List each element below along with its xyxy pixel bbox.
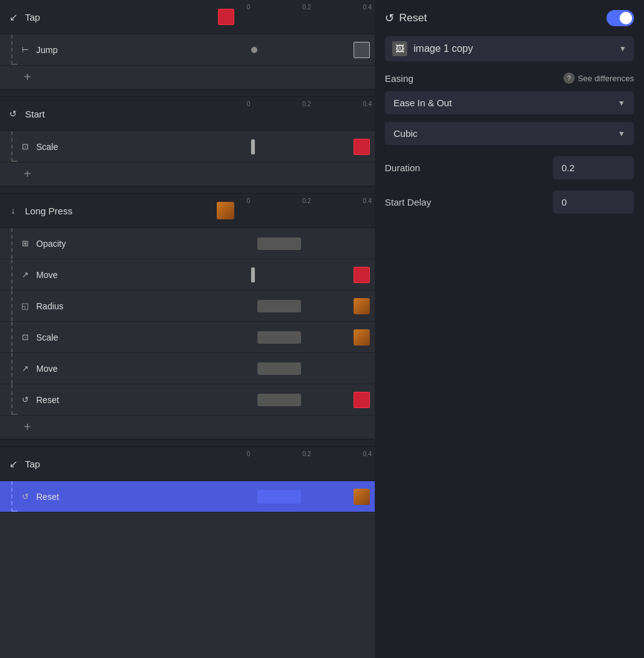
tap1-label: Tap — [25, 12, 218, 22]
jump-icon: ⊢ — [19, 44, 31, 56]
cubic-value: Cubic — [394, 128, 417, 139]
scale1-row[interactable]: ⊡ Scale — [0, 131, 375, 162]
duration-row: Duration — [385, 156, 634, 179]
cubic-select[interactable]: Cubic ▼ — [385, 122, 634, 145]
dashed-connector — [11, 384, 12, 415]
tap1-group: ↙ Tap 0 0.2 0.4 ⊢ Jump + — [0, 0, 375, 89]
jump-timeline — [244, 34, 375, 65]
opacity-tl-block — [257, 237, 301, 250]
jump-tl-dot — [251, 47, 257, 53]
reset-icon: ↺ — [385, 11, 394, 25]
duration-input[interactable] — [553, 156, 634, 179]
reset2-timeline — [244, 481, 375, 512]
longpress-label: Long Press — [25, 206, 217, 216]
image-label: image 1 copy — [414, 43, 473, 54]
dashed-connector — [11, 481, 12, 512]
start-delay-input[interactable] — [553, 191, 634, 214]
scale1-timeline — [244, 131, 375, 162]
move1-icon: ↗ — [19, 269, 31, 281]
reset2-row[interactable]: ↺ Reset — [0, 481, 375, 512]
add-icon[interactable]: + — [24, 70, 31, 84]
reset1-tl-block — [257, 394, 301, 406]
right-panel: ↺ Reset 🖼 image 1 copy ▼ Easing ? See di… — [375, 0, 644, 658]
reset1-timeline — [244, 384, 375, 415]
image-dropdown-arrow: ▼ — [619, 44, 627, 53]
tap1-thumb — [218, 9, 234, 25]
start-ruler: 0 0.2 0.4 — [244, 101, 375, 107]
scale1-icon: ⊡ — [19, 141, 31, 153]
longpress-timeline: 0 0.2 0.4 — [244, 194, 375, 227]
move2-tl-block — [257, 362, 301, 375]
start-delay-label: Start Delay — [385, 197, 431, 207]
duration-label: Duration — [385, 162, 420, 173]
radius-row[interactable]: ◱ Radius — [0, 291, 375, 322]
start-add[interactable]: + — [0, 162, 375, 186]
scale2-row[interactable]: ⊡ Scale — [0, 322, 375, 353]
scale1-tl-handle — [251, 139, 255, 154]
move2-row[interactable]: ↗ Move — [0, 353, 375, 384]
start-timeline: 0 0.2 0.4 — [244, 97, 375, 131]
reset2-icon: ↺ — [19, 491, 31, 503]
tap2-group: ↙ Tap 0 0.2 0.4 ↺ Reset — [0, 447, 375, 512]
reset-button-label: Reset — [399, 12, 427, 24]
see-differences-label: See differences — [578, 74, 634, 83]
move2-icon: ↗ — [19, 362, 31, 375]
longpress-thumb — [217, 202, 234, 219]
scale2-icon: ⊡ — [19, 331, 31, 344]
scale2-tl-block — [257, 331, 301, 344]
left-panel: ↙ Tap 0 0.2 0.4 ⊢ Jump + — [0, 0, 375, 658]
start-icon: ↺ — [6, 107, 20, 121]
longpress-header[interactable]: ↓ Long Press 0 0.2 0.4 — [0, 194, 375, 228]
easing-select[interactable]: Ease In & Out ▼ — [385, 91, 634, 114]
tap1-header[interactable]: ↙ Tap 0 0.2 0.4 — [0, 0, 375, 34]
start-header[interactable]: ↺ Start 0 0.2 0.4 — [0, 97, 375, 131]
easing-label: Easing — [385, 73, 414, 84]
opacity-row[interactable]: ⊞ Opacity — [0, 228, 375, 259]
start-delay-row: Start Delay — [385, 191, 634, 214]
longpress-ruler: 0 0.2 0.4 — [244, 197, 375, 204]
dashed-bottom — [11, 64, 17, 65]
move2-timeline — [244, 353, 375, 384]
start-group: ↺ Start 0 0.2 0.4 ⊡ Scale + — [0, 97, 375, 186]
reset1-icon: ↺ — [19, 394, 31, 406]
radius-timeline — [244, 291, 375, 321]
tap1-add[interactable]: + — [0, 66, 375, 89]
divider3 — [0, 439, 375, 447]
see-differences-btn[interactable]: ? See differences — [563, 72, 634, 84]
jump-row[interactable]: ⊢ Jump — [0, 34, 375, 66]
opacity-timeline — [244, 228, 375, 259]
toggle-switch[interactable] — [607, 10, 634, 26]
reset2-tl-block — [257, 490, 301, 504]
easing-value: Ease In & Out — [394, 97, 452, 108]
easing-dropdown-arrow: ▼ — [618, 99, 625, 107]
add-icon[interactable]: + — [24, 167, 31, 181]
question-icon: ? — [563, 72, 575, 84]
tap2-header[interactable]: ↙ Tap 0 0.2 0.4 — [0, 447, 375, 481]
move1-row[interactable]: ↗ Move — [0, 259, 375, 291]
tap1-ruler: 0 0.2 0.4 — [244, 4, 375, 11]
image-icon: 🖼 — [392, 41, 407, 56]
tap2-icon: ↙ — [6, 457, 20, 471]
opacity-icon: ⊞ — [19, 237, 31, 250]
radius-tl-block — [257, 300, 301, 312]
dashed-connector — [11, 131, 12, 162]
cubic-dropdown-arrow: ▼ — [618, 129, 625, 138]
add-icon[interactable]: + — [24, 420, 31, 434]
longpress-add[interactable]: + — [0, 416, 375, 439]
divider1 — [0, 89, 375, 97]
reset-row: ↺ Reset — [385, 10, 634, 26]
move1-timeline — [244, 259, 375, 290]
dashed-connector — [11, 228, 12, 259]
tap2-timeline: 0 0.2 0.4 — [244, 447, 375, 481]
longpress-icon: ↓ — [6, 204, 20, 217]
reset1-row[interactable]: ↺ Reset — [0, 384, 375, 416]
toggle-knob — [620, 12, 632, 24]
tap1-icon: ↙ — [6, 10, 20, 24]
dashed-bottom — [11, 161, 17, 162]
image-dropdown[interactable]: 🖼 image 1 copy ▼ — [385, 36, 634, 61]
reset-button[interactable]: ↺ Reset — [385, 11, 427, 25]
dashed-connector — [11, 259, 12, 290]
divider2 — [0, 186, 375, 194]
longpress-group: ↓ Long Press 0 0.2 0.4 ⊞ Opacity ↗ — [0, 194, 375, 439]
dashed-connector — [11, 34, 12, 65]
